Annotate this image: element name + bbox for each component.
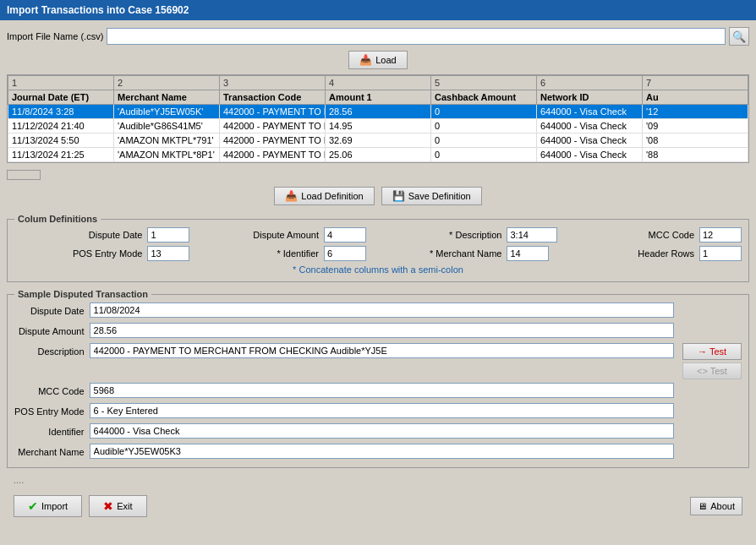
about-icon: 🖥 [698,501,707,511]
import-file-label: Import File Name (.csv) [7,31,103,41]
col-number-row: 1 2 3 4 5 6 7 [8,76,748,90]
concat-note: * Concatenate columns with a semi-colon [14,264,742,275]
pos-entry-mode-input[interactable] [147,246,189,261]
save-def-icon: 💾 [392,190,405,202]
sample-pos-entry-mode-label: POS Entry Mode [14,403,85,420]
field-header-row: Journal Date (ET) Merchant Name Transact… [8,90,748,105]
import-file-input[interactable] [107,28,726,45]
horizontal-scrollbar[interactable] [7,170,41,180]
sample-mcc-code-input[interactable] [90,383,674,398]
table-row[interactable]: 11/8/2024 3:28 'Audible*YJ5EW05K' 442000… [8,105,748,119]
table-row[interactable]: 11/13/2024 21:25 'AMAZON MKTPL*8P1' 4420… [8,148,748,162]
sample-merchant-name-label: Merchant Name [14,444,85,461]
load-icon: 📥 [359,54,372,66]
about-button[interactable]: 🖥 About [690,497,742,515]
dispute-amount-label: Dispute Amount [194,230,319,240]
merchant-name-input[interactable] [507,246,549,261]
load-definition-button[interactable]: 📥 Load Definition [274,187,374,205]
x-icon: ✖ [103,499,113,513]
identifier-input[interactable] [324,246,366,261]
mcc-code-input[interactable] [699,227,742,243]
sample-transaction-fieldset: Sample Disputed Transaction Dispute Date… [7,289,749,468]
col-definitions-fieldset: Colum Definitions Dispute Date Dispute A… [7,214,749,282]
sample-identifier-input[interactable] [90,423,674,439]
mcc-code-label: MCC Code [579,230,694,240]
title-bar: Import Transactions into Case 156902 [0,0,756,20]
load-button[interactable]: 📥 Load [348,51,407,69]
dispute-date-input[interactable] [147,227,189,243]
test-button[interactable]: → Test [682,343,742,360]
sample-dispute-amount-input[interactable] [90,323,674,338]
sample-description-label: Description [14,343,85,360]
title-text: Import Transactions into Case 156902 [7,4,189,16]
sample-merchant-name-input[interactable] [90,444,674,459]
table-row[interactable]: 11/12/2024 21:40 'Audible*G86S41M5' 4420… [8,119,748,134]
merchant-name-label: * Merchant Name [371,248,501,259]
test-secondary-button: <> Test [682,362,742,379]
sample-dispute-date-label: Dispute Date [14,302,85,319]
sample-identifier-label: Identifier [14,423,85,440]
table-row[interactable]: 11/13/2024 5:50 'AMAZON MKTPL*791' 44200… [8,134,748,148]
browse-button[interactable]: 🔍 [729,27,749,46]
sample-dispute-date-input[interactable] [90,302,674,318]
save-definition-button[interactable]: 💾 Save Definition [381,187,482,205]
test-arrow-icon: → [698,346,707,357]
pos-entry-mode-label: POS Entry Mode [14,248,142,259]
dots-text: .... [7,475,749,485]
dispute-date-label: Dispute Date [14,230,142,240]
description-input[interactable] [507,227,557,243]
dispute-amount-input[interactable] [324,227,366,243]
identifier-label: * Identifier [194,248,319,259]
check-icon: ✔ [28,499,38,513]
header-rows-label: Header Rows [579,248,694,259]
load-def-icon: 📥 [285,190,298,202]
sample-mcc-code-label: MCC Code [14,383,85,400]
sample-description-input[interactable] [90,343,674,358]
sample-dispute-amount-label: Dispute Amount [14,323,85,340]
header-rows-input[interactable] [699,246,742,261]
description-label: * Description [371,230,501,240]
import-button[interactable]: ✔ Import [14,495,82,517]
sample-pos-entry-mode-input[interactable] [90,403,674,418]
exit-button[interactable]: ✖ Exit [89,495,146,517]
